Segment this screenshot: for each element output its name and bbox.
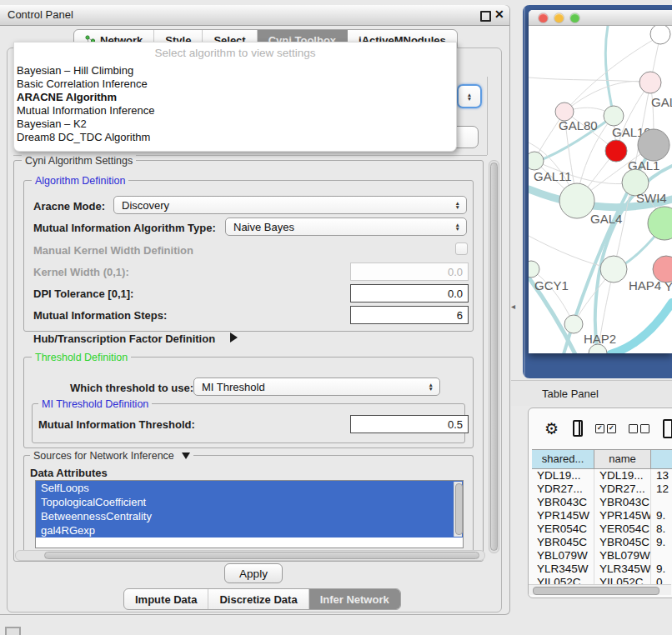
node-label: GAL80 — [559, 118, 598, 132]
settings-vertical-scrollbar[interactable] — [489, 160, 499, 553]
mi-steps-label: Mutual Information Steps: — [33, 309, 167, 322]
network-node-gal10[interactable] — [604, 106, 624, 126]
network-node-gal[interactable] — [639, 72, 661, 93]
collapsed-panel-icon[interactable] — [5, 627, 21, 635]
kernel-width-field: 0.0 — [350, 262, 469, 281]
dpi-tolerance-field[interactable]: 0.0 — [350, 284, 469, 302]
table-row[interactable]: YBR043CYBR043C — [532, 496, 672, 509]
attribute-item-betweennesscentrality[interactable]: BetweennessCentrality — [36, 509, 463, 523]
scrollbar-thumb[interactable] — [44, 552, 479, 559]
network-edge[interactable] — [605, 26, 614, 116]
apply-button[interactable]: Apply — [224, 563, 283, 583]
deselect-all-icon[interactable] — [629, 424, 649, 433]
mac-zoom-icon[interactable] — [570, 13, 579, 22]
algorithm-option-basic-correlation-inference[interactable]: Basic Correlation Inference — [14, 78, 456, 91]
algorithm-option-dream8-dc-tdc-algorithm[interactable]: Dream8 DC_TDC Algorithm — [14, 131, 456, 144]
table-row[interactable]: YBL079WYBL079W — [532, 549, 672, 562]
attribute-item-gal4rgexp[interactable]: gal4RGexp — [36, 523, 463, 538]
table-cell: YPR145W — [594, 509, 651, 522]
tab-infer-network[interactable]: Infer Network — [309, 589, 400, 609]
network-node-gal11[interactable] — [529, 152, 544, 170]
table-cell: YLR345W — [532, 562, 594, 576]
control-panel-titlebar[interactable] — [0, 5, 509, 26]
which-threshold-combo[interactable]: MI Threshold ▲▼ — [193, 378, 440, 396]
table-row[interactable]: YLR345WYLR345W9. — [532, 562, 672, 576]
network-node-hap2[interactable] — [564, 315, 583, 333]
settings-gear-icon[interactable]: ⚙ — [544, 419, 559, 438]
settings-horizontal-scrollbar[interactable] — [15, 550, 485, 561]
tab-label: Infer Network — [320, 593, 389, 606]
table-cell: YBR045C — [594, 536, 651, 549]
table-panel-bar: Table Panel — [511, 380, 672, 406]
mac-minimize-icon[interactable] — [554, 13, 564, 22]
scrollbar-thumb[interactable] — [455, 483, 463, 535]
scrollbar-thumb[interactable] — [533, 587, 659, 595]
algorithm-option-bayesian-k2[interactable]: Bayesian – K2 — [14, 118, 456, 131]
attributes-vertical-scrollbar[interactable] — [454, 482, 462, 537]
hidden-groupbox-edge-v — [487, 77, 488, 155]
column-layout-icon[interactable] — [573, 420, 583, 437]
network-node-gcy1[interactable] — [529, 261, 539, 278]
data-attributes-list[interactable]: SelfLoopsTopologicalCoefficientBetweenne… — [35, 480, 464, 548]
table-cell: YBL079W — [594, 549, 651, 562]
table-cell: YER054C — [532, 522, 594, 536]
table-row[interactable]: YDR27...YDR27...12 — [532, 482, 672, 496]
algorithm-option-bayesian-hill-climbing[interactable]: Bayesian – Hill Climbing — [14, 64, 456, 78]
tab-discretize-data[interactable]: Discretize Data — [208, 589, 308, 609]
table-row[interactable]: YER054CYER054C8. — [532, 522, 672, 536]
algorithm-option-mutual-information-inference[interactable]: Mutual Information Inference — [14, 104, 456, 118]
network-node[interactable] — [648, 207, 672, 240]
table-panel-title: Table Panel — [542, 388, 599, 400]
float-window-icon[interactable] — [480, 11, 491, 22]
sources-title: Sources for Network Inference — [30, 450, 193, 462]
table-row[interactable]: YBR045CYBR045C9. — [532, 536, 672, 549]
algorithm-combo-spinner[interactable]: ▲▼ — [457, 84, 482, 108]
algorithm-options-list: Bayesian – Hill ClimbingBasic Correlatio… — [14, 64, 456, 144]
mi-steps-field[interactable]: 6 — [350, 306, 469, 324]
mi-algorithm-type-value: Naive Bayes — [233, 221, 294, 233]
panel-resize-arrow-icon[interactable]: ◂ — [511, 302, 515, 311]
mac-close-icon[interactable] — [539, 13, 548, 22]
table-cell — [651, 496, 672, 509]
column-header-shared[interactable]: shared... — [532, 450, 594, 468]
mi-threshold-field[interactable]: 0.5 — [350, 415, 469, 433]
which-threshold-value: MI Threshold — [202, 381, 265, 393]
network-node-gal1[interactable] — [605, 140, 627, 162]
network-node-hap4[interactable] — [600, 256, 627, 282]
table-horizontal-scrollbar[interactable] — [529, 584, 671, 595]
hub-section-label[interactable]: Hub/Transcription Factor Definition — [33, 332, 215, 345]
mi-algorithm-type-combo[interactable]: Naive Bayes ▲▼ — [225, 218, 467, 236]
network-window-titlebar[interactable] — [529, 10, 672, 26]
page-icon[interactable] — [663, 419, 672, 438]
table-cell: YBL079W — [532, 549, 594, 562]
network-canvas[interactable]: GALGAL80GAL10GAL1GAL11SWI4GAL4GCY1HAP4YH… — [529, 26, 672, 353]
control-panel-title: Control Panel — [8, 8, 73, 21]
network-node[interactable] — [638, 129, 669, 161]
table-row[interactable]: YDL19...YDL19...13 — [532, 469, 672, 482]
table-toolbar: ⚙ ✓✓ — [529, 415, 672, 442]
attribute-item-selfloops[interactable]: SelfLoops — [36, 481, 463, 495]
collapsed-arrow-icon[interactable] — [230, 332, 238, 342]
algorithm-dropdown-popup: Select algorithm to view settings Bayesi… — [13, 42, 457, 152]
attribute-item-topologicalcoefficient[interactable]: TopologicalCoefficient — [36, 495, 463, 509]
table-cell: YBR043C — [594, 496, 651, 509]
column-header-col3[interactable] — [651, 450, 672, 468]
scrollbar-thumb[interactable] — [490, 162, 498, 551]
network-node[interactable] — [650, 26, 670, 44]
select-all-icon[interactable]: ✓✓ — [595, 424, 616, 433]
frame-highlight — [524, 7, 525, 377]
network-node-gal4[interactable] — [559, 183, 594, 218]
algorithm-option-aracne-algorithm[interactable]: ARACNE Algorithm — [14, 91, 456, 104]
network-edge[interactable] — [529, 78, 650, 82]
aracne-mode-combo[interactable]: Discovery ▲▼ — [113, 196, 467, 214]
column-header-name[interactable]: name — [594, 450, 651, 468]
table-cell: YIL052C — [532, 576, 594, 584]
table-row[interactable]: YPR145WYPR145W9. — [532, 509, 672, 522]
table-row[interactable]: YIL052CYIL052C0. — [532, 576, 672, 584]
table-cell: YDL19... — [594, 469, 651, 482]
spinner-icon: ▲▼ — [429, 382, 434, 391]
network-edge[interactable] — [610, 302, 672, 353]
close-icon[interactable]: ✕ — [494, 8, 504, 21]
expanded-arrow-icon[interactable] — [182, 452, 190, 459]
tab-impute-data[interactable]: Impute Data — [124, 589, 208, 609]
